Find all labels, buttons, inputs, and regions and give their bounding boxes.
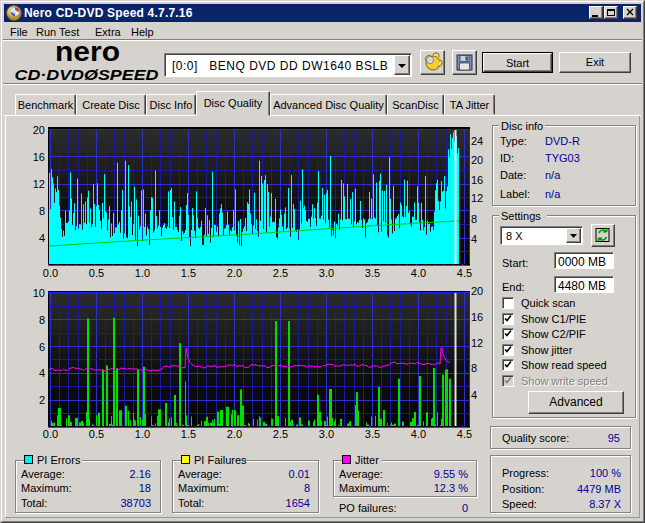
svg-text:CD·DVDØSPEED: CD·DVDØSPEED [15, 67, 159, 83]
svg-text:nero: nero [55, 42, 120, 67]
